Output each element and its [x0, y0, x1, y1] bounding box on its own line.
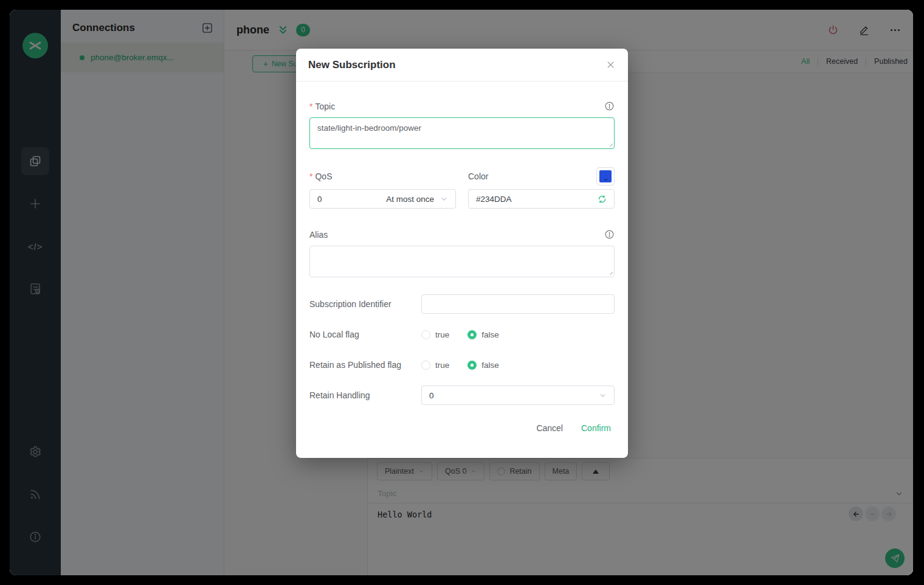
- retain-as-published-true-radio[interactable]: true: [421, 361, 449, 370]
- topic-info-icon[interactable]: [604, 101, 615, 111]
- retain-as-published-false-radio[interactable]: false: [467, 361, 499, 370]
- color-swatch-button[interactable]: [596, 167, 615, 185]
- cancel-button[interactable]: Cancel: [536, 423, 563, 433]
- radio-on-icon: [467, 330, 477, 339]
- retain-handling-select[interactable]: 0: [421, 386, 615, 405]
- alias-info-icon[interactable]: [604, 229, 615, 240]
- retain-as-published-radio-group: true false: [421, 361, 615, 370]
- close-icon[interactable]: [605, 60, 616, 71]
- new-subscription-dialog: New Subscription *Topic state/light-in-b…: [296, 49, 628, 458]
- no-local-flag-label: No Local flag: [309, 330, 359, 339]
- color-input[interactable]: #234DDA: [468, 189, 615, 209]
- no-local-true-radio[interactable]: true: [421, 330, 449, 339]
- subscription-identifier-label: Subscription Identifier: [309, 299, 391, 309]
- dialog-title: New Subscription: [308, 59, 396, 71]
- topic-label: *Topic: [309, 102, 335, 111]
- confirm-button[interactable]: Confirm: [581, 423, 611, 433]
- alias-label: Alias: [309, 230, 328, 240]
- desktop-background: </>: [0, 0, 924, 585]
- no-local-radio-group: true false: [421, 330, 615, 339]
- chevron-down-icon: [599, 392, 607, 400]
- alias-textarea[interactable]: [309, 246, 615, 277]
- refresh-color-icon[interactable]: [598, 195, 607, 204]
- color-swatch: [599, 170, 612, 182]
- topic-textarea[interactable]: state/light-in-bedroom/power: [309, 117, 615, 149]
- qos-label: *QoS: [309, 171, 332, 181]
- qos-select[interactable]: 0 At most once: [309, 189, 456, 209]
- color-field: Color #234DDA: [468, 167, 615, 209]
- no-local-false-radio[interactable]: false: [467, 330, 499, 339]
- chevron-down-icon: [440, 195, 448, 203]
- radio-on-icon: [467, 361, 477, 370]
- qos-field: *QoS 0 At most once: [309, 167, 456, 209]
- color-label: Color: [468, 171, 488, 181]
- retain-as-published-label: Retain as Published flag: [309, 360, 401, 370]
- radio-off-icon: [421, 330, 430, 339]
- radio-off-icon: [421, 361, 430, 370]
- subscription-identifier-input[interactable]: [421, 294, 615, 314]
- retain-handling-label: Retain Handling: [309, 390, 370, 400]
